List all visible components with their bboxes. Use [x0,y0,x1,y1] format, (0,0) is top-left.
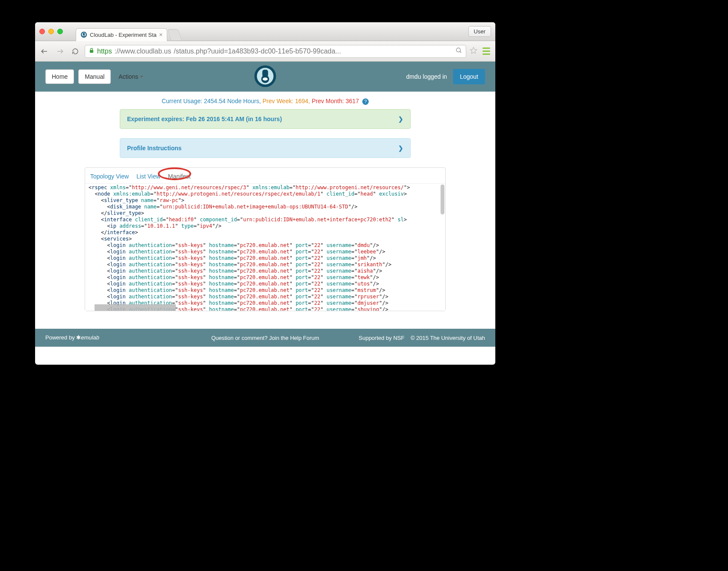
current-usage: Current Usage: 2454.54 Node Hours, [162,98,261,104]
help-forum-link[interactable]: Question or comment? Join the Help Forum [211,335,319,341]
chrome-menu-button[interactable] [481,48,492,55]
actions-dropdown[interactable]: Actions [118,73,143,80]
header-right: dmdu logged in Logout [406,69,485,84]
site-footer: Powered by ✱emulab Question or comment? … [35,329,495,347]
prev-month-usage: Prev Month: 3617 [312,98,359,104]
experiment-details-box: Topology View List View Manifest <rspec … [85,167,446,311]
manifest-code-view[interactable]: <rspec xmlns="http://www.geni.net/resour… [85,183,445,311]
cloudlab-favicon-icon [80,31,87,38]
new-tab-button[interactable] [167,29,182,40]
close-window-button[interactable] [39,29,45,34]
window-controls [39,29,63,34]
chevron-right-icon: ❯ [398,116,403,122]
footer-right: Supported by NSF © 2015 The University o… [359,335,485,341]
usage-summary: Current Usage: 2454.54 Node Hours, Prev … [35,94,495,109]
page: Home Manual Actions dmdu logged in Logou… [35,62,495,347]
chrome-user-button[interactable]: User [468,26,491,37]
site-header: Home Manual Actions dmdu logged in Logou… [35,62,495,92]
cloudlab-logo[interactable] [254,65,277,89]
supported-by: Supported by NSF [359,335,405,341]
zoom-window-button[interactable] [57,29,63,34]
back-button[interactable] [38,45,50,57]
help-icon[interactable]: ? [362,98,369,105]
search-icon[interactable] [456,47,462,56]
expiry-text: Experiment expires: Feb 26 2016 5:41 AM … [127,116,282,122]
selection-highlight [95,304,176,311]
tab-manifest[interactable]: Manifest [168,173,191,180]
url-domain: ://www.cloudlab.us [115,48,172,55]
home-button[interactable]: Home [45,69,74,84]
scrollbar[interactable] [441,184,444,214]
content-area: Current Usage: 2454.54 Node Hours, Prev … [35,92,495,319]
svg-point-4 [83,35,84,36]
bookmark-star-icon[interactable] [470,47,477,56]
browser-tab-title: CloudLab - Experiment Sta [90,32,157,38]
caret-down-icon [140,76,143,78]
lock-icon [89,48,95,55]
tab-topology[interactable]: Topology View [90,173,129,180]
browser-tab-active[interactable]: CloudLab - Experiment Sta × [76,28,167,41]
powered-by-text: Powered by ✱emulab [45,334,99,341]
manual-button[interactable]: Manual [78,69,111,84]
address-bar[interactable]: https://www.cloudlab.us/status.php?uuid=… [85,45,466,58]
url-scheme: https [97,48,112,55]
svg-point-11 [263,77,268,80]
url-path: /status.php?uuid=1a483b93-dc00-11e5-b570… [174,48,341,55]
actions-label: Actions [118,73,138,80]
view-tabs: Topology View List View Manifest [85,172,445,183]
reload-button[interactable] [69,45,81,57]
svg-point-6 [456,48,460,52]
close-tab-icon[interactable]: × [159,31,163,38]
browser-window: CloudLab - Experiment Sta × User https:/… [35,22,495,365]
browser-toolbar: https://www.cloudlab.us/status.php?uuid=… [35,41,495,62]
window-titlebar: CloudLab - Experiment Sta × User [35,22,495,41]
profile-instructions-text: Profile Instructions [127,145,182,152]
copyright: © 2015 The University of Utah [411,335,485,341]
svg-rect-5 [90,50,93,52]
tab-list[interactable]: List View [136,173,160,180]
forward-button [54,45,66,57]
logged-in-text: dmdu logged in [406,73,447,80]
prev-week-usage: Prev Week: 1694, [263,98,310,104]
chevron-right-icon: ❯ [398,145,403,152]
experiment-expiry-panel[interactable]: Experiment expires: Feb 26 2016 5:41 AM … [120,109,411,129]
minimize-window-button[interactable] [48,29,54,34]
logout-button[interactable]: Logout [453,69,485,84]
profile-instructions-panel[interactable]: Profile Instructions ❯ [120,138,411,158]
